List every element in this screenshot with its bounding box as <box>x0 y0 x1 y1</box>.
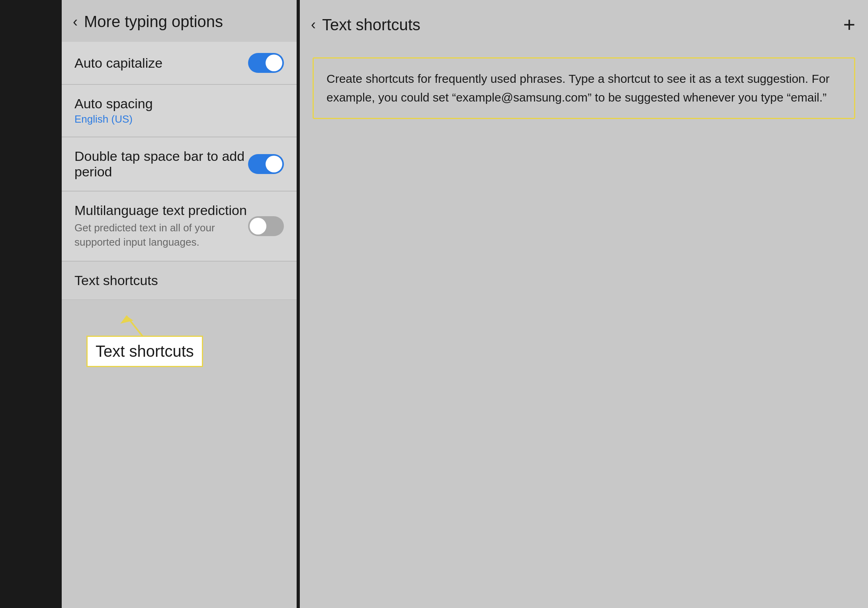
right-header-left: ‹ Text shortcuts <box>311 16 420 34</box>
toggle-thumb-2 <box>266 156 282 172</box>
multilanguage-toggle[interactable] <box>248 216 284 236</box>
add-shortcut-button[interactable]: + <box>843 13 855 37</box>
info-text: Create shortcuts for frequently used phr… <box>326 70 841 107</box>
left-panel-header: ‹ More typing options <box>62 0 297 42</box>
right-panel: ‹ Text shortcuts + Create shortcuts for … <box>300 0 868 608</box>
text-shortcuts-label: Text shortcuts <box>74 273 284 288</box>
right-panel-title: Text shortcuts <box>322 16 420 34</box>
auto-capitalize-label: Auto capitalize <box>74 55 248 71</box>
multilanguage-label: Multilanguage text prediction <box>74 203 248 218</box>
auto-spacing-label: Auto spacing <box>74 96 284 111</box>
double-tap-toggle[interactable] <box>248 154 284 174</box>
multilanguage-description: Get predicted text in all of your suppor… <box>74 221 248 250</box>
right-panel-header: ‹ Text shortcuts + <box>300 0 868 48</box>
left-sidebar <box>0 0 62 608</box>
auto-capitalize-toggle[interactable] <box>248 53 284 73</box>
svg-marker-1 <box>120 316 133 324</box>
setting-auto-spacing[interactable]: Auto spacing English (US) <box>62 85 297 137</box>
center-divider <box>297 0 300 608</box>
annotation-label-box: Text shortcuts <box>86 336 203 367</box>
toggle-thumb-3 <box>250 218 266 235</box>
right-back-button[interactable]: ‹ <box>311 16 316 33</box>
setting-auto-capitalize[interactable]: Auto capitalize <box>62 42 297 84</box>
auto-spacing-sublabel: English (US) <box>74 113 284 125</box>
info-box: Create shortcuts for frequently used phr… <box>313 57 855 119</box>
annotation-text: Text shortcuts <box>96 342 194 360</box>
setting-multilanguage[interactable]: Multilanguage text prediction Get predic… <box>62 192 297 261</box>
back-button[interactable]: ‹ <box>73 14 78 30</box>
annotation-area: Text shortcuts <box>62 304 297 368</box>
toggle-thumb <box>266 55 282 71</box>
setting-text-shortcuts[interactable]: Text shortcuts <box>62 262 297 300</box>
double-tap-label: Double tap space bar to add period <box>74 149 248 180</box>
left-panel: ‹ More typing options Auto capitalize Au… <box>62 0 297 608</box>
setting-double-tap[interactable]: Double tap space bar to add period <box>62 137 297 191</box>
settings-list: Auto capitalize Auto spacing English (US… <box>62 42 297 608</box>
left-panel-title: More typing options <box>84 13 223 31</box>
